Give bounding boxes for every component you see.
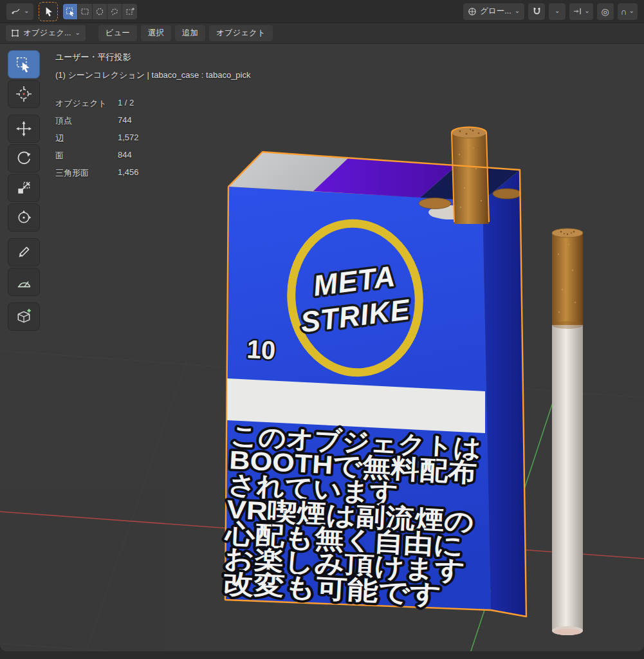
- transform-icon: [15, 209, 32, 226]
- magnet-icon: [532, 6, 542, 16]
- stat-label: 面: [55, 150, 118, 162]
- stat-label: オブジェクト: [55, 98, 118, 109]
- tool-group-gap: [8, 109, 40, 113]
- stat-row: 辺 1,572: [55, 133, 250, 144]
- rotate-icon: [15, 150, 32, 167]
- pack-count: 10: [246, 335, 277, 364]
- stat-value: 844: [118, 150, 132, 162]
- proportional-editing-button[interactable]: ◎: [597, 3, 614, 20]
- select-mode-circle[interactable]: [93, 4, 107, 19]
- tool-group-gap: [8, 233, 40, 237]
- select-mode-extend[interactable]: [122, 4, 137, 19]
- stat-row: 頂点 744: [55, 115, 250, 127]
- breadcrumb: (1) シーンコレクション | tabaco_case : tabaco_pic…: [55, 70, 250, 81]
- topbar: ⌄: [0, 0, 644, 23]
- single-cigarette-object[interactable]: [552, 228, 583, 635]
- proportional-falloff-dropdown[interactable]: ∩ ⌄: [618, 3, 638, 20]
- select-mode-group: [63, 4, 137, 19]
- stat-value: 744: [118, 115, 132, 127]
- tweak-select-icon: [66, 7, 75, 16]
- viewport-3d[interactable]: META STRIKE 10 このオブジェクトは BOOTHで無料配布 されてい…: [0, 44, 644, 651]
- editor-type-icon: [11, 6, 21, 16]
- chevron-down-icon: ⌄: [515, 8, 520, 14]
- chevron-down-icon: ⌄: [24, 8, 29, 14]
- editor-type-dropdown[interactable]: ⌄: [6, 3, 33, 20]
- topbar-right-cluster: グロー... ⌄ ⌄ ⌄ ◎ ∩ ⌄: [463, 3, 638, 20]
- cursor-icon: [42, 5, 55, 18]
- chevron-down-icon: ⌄: [629, 8, 634, 14]
- cigarette-pack-object[interactable]: META STRIKE 10 このオブジェクトは BOOTHで無料配布 されてい…: [221, 127, 526, 617]
- transform-orientation-dropdown[interactable]: グロー... ⌄: [463, 3, 524, 20]
- tool-group-gap: [8, 297, 40, 301]
- annotate-pencil-icon: [15, 244, 32, 261]
- select-mode-box[interactable]: [78, 4, 93, 19]
- menu-object[interactable]: オブジェクト: [209, 25, 273, 41]
- viewport-overlay-info: ユーザー・平行投影 (1) シーンコレクション | tabaco_case : …: [55, 51, 250, 185]
- cursor-3d-icon: [15, 86, 32, 102]
- snap-target-icon: [573, 6, 582, 16]
- stat-label: 頂点: [55, 115, 118, 127]
- stat-value: 1 / 2: [118, 98, 134, 109]
- active-tool-button[interactable]: [39, 2, 58, 21]
- tool-rotate[interactable]: [8, 144, 40, 172]
- circle-select-icon: [95, 7, 104, 16]
- pack-notice-text: このオブジェクトは BOOTHで無料配布 されています VR喫煙は副流煙の 心配…: [221, 421, 482, 611]
- scene-statistics: オブジェクト 1 / 2 頂点 744 辺 1,572 面 844 三角形面 1…: [55, 98, 250, 179]
- extend-select-icon: [125, 7, 134, 16]
- measure-protractor-icon: [15, 274, 32, 290]
- scale-icon: [15, 180, 32, 196]
- stat-row: オブジェクト 1 / 2: [55, 98, 250, 109]
- tool-annotate[interactable]: [8, 238, 40, 266]
- tool-measure[interactable]: [8, 268, 40, 296]
- view-label: ユーザー・平行投影: [55, 51, 250, 63]
- stat-row: 面 844: [55, 150, 250, 162]
- snap-toggle-button[interactable]: [528, 3, 545, 20]
- move-icon: [15, 120, 32, 137]
- menu-select[interactable]: 選択: [141, 25, 171, 41]
- tool-shelf: [8, 50, 40, 331]
- menu-add[interactable]: 追加: [175, 25, 205, 41]
- tool-add-cube[interactable]: [8, 302, 40, 331]
- proportional-icon: ◎: [601, 7, 609, 16]
- falloff-curve-icon: ∩: [621, 7, 627, 16]
- orientation-label: グロー...: [480, 6, 511, 17]
- chevron-down-icon: ⌄: [75, 30, 80, 36]
- select-box-icon: [15, 56, 32, 73]
- stat-value: 1,456: [118, 167, 139, 179]
- select-mode-tweak[interactable]: [63, 4, 78, 19]
- add-cube-icon: [15, 308, 32, 325]
- stat-label: 三角形面: [55, 167, 118, 179]
- tool-select-box[interactable]: [8, 50, 40, 79]
- snap-target-button[interactable]: ⌄: [569, 3, 593, 20]
- lasso-select-icon: [110, 7, 119, 16]
- box-select-icon: [80, 7, 89, 16]
- tool-move[interactable]: [8, 115, 40, 143]
- tool-scale[interactable]: [8, 174, 40, 202]
- window-bottom-edge: [0, 651, 644, 659]
- chevron-down-icon: ⌄: [555, 8, 560, 14]
- stat-label: 辺: [55, 133, 118, 144]
- mode-label: オブジェク...: [23, 28, 71, 39]
- mode-dropdown[interactable]: オブジェク... ⌄: [6, 25, 86, 41]
- orientation-global-icon: [468, 7, 477, 16]
- blender-window: { "icons": { "caret": "⌄", "proportional…: [0, 0, 644, 659]
- menu-view[interactable]: ビュー: [98, 25, 137, 41]
- stat-value: 1,572: [118, 133, 139, 144]
- tool-transform[interactable]: [8, 203, 40, 232]
- viewport-header: オブジェク... ⌄ ビュー 選択 追加 オブジェクト: [0, 23, 644, 44]
- tool-cursor[interactable]: [8, 80, 40, 108]
- stat-row: 三角形面 1,456: [55, 167, 250, 179]
- select-mode-lasso[interactable]: [107, 4, 122, 19]
- snap-settings-dropdown[interactable]: ⌄: [549, 3, 566, 20]
- chevron-down-icon: ⌄: [584, 8, 589, 14]
- object-mode-icon: [11, 29, 19, 37]
